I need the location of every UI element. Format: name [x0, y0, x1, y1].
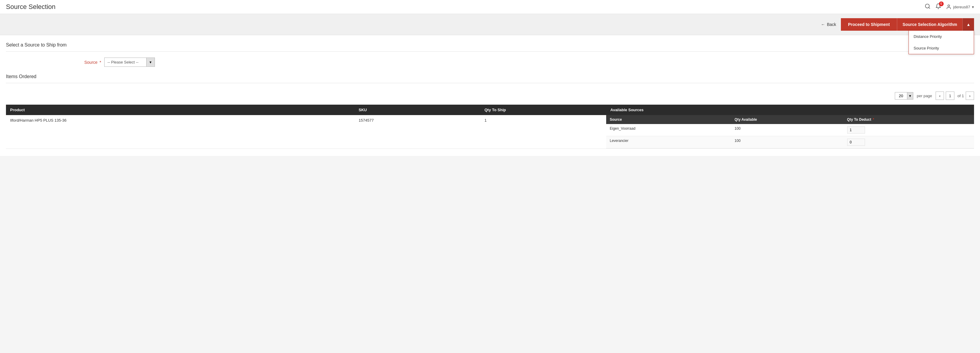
- algorithm-dropdown-toggle[interactable]: ▲: [963, 18, 974, 31]
- items-table: Product SKU Qty To Ship Available Source…: [6, 105, 974, 149]
- pagination-next-icon: ›: [969, 94, 970, 98]
- sku-cell: 1574577: [355, 115, 480, 149]
- source-qty-deduct-2: [843, 136, 974, 149]
- svg-point-2: [948, 5, 950, 6]
- col-product: Product: [6, 105, 355, 115]
- algorithm-chevron-icon: ▲: [966, 22, 970, 27]
- col-qty-available: Qty Available: [731, 115, 843, 124]
- pagination-of-label: of 1: [957, 94, 964, 98]
- source-select-wrapper: -- Please Select -- Eigen_Voorraad Lever…: [104, 58, 155, 67]
- qty-to-ship-cell: 1: [480, 115, 606, 149]
- per-page-wrapper: 20 50 100 ▾: [895, 92, 913, 100]
- pagination-prev-icon: ‹: [939, 94, 940, 98]
- available-sources-cell: Source Qty Available Qty To Deduct *: [606, 115, 974, 149]
- main-content: Select a Source to Ship from Source * --…: [0, 35, 980, 156]
- pagination-next-button[interactable]: ›: [966, 91, 974, 100]
- source-name-2: Leverancier: [606, 136, 731, 149]
- top-bar-right: 6 jdereus87 ▾: [924, 3, 974, 11]
- source-qty-available-2: 100: [731, 136, 843, 149]
- per-page-arrow-button[interactable]: ▾: [907, 93, 913, 99]
- pagination-prev-button[interactable]: ‹: [935, 91, 944, 100]
- col-sku: SKU: [355, 105, 480, 115]
- col-source: Source: [606, 115, 731, 124]
- search-icon[interactable]: [924, 3, 931, 11]
- source-selection-algorithm-button[interactable]: Source Selection Algorithm: [897, 18, 963, 31]
- source-required-star: *: [100, 60, 101, 65]
- algorithm-option-distance[interactable]: Distance Priority: [909, 31, 974, 42]
- action-bar: ← Back Proceed to Shipment Source Select…: [0, 14, 980, 35]
- col-available-sources: Available Sources: [606, 105, 974, 115]
- source-row: Source * -- Please Select -- Eigen_Voorr…: [6, 58, 974, 67]
- notification-count: 6: [939, 2, 943, 6]
- svg-line-1: [929, 7, 930, 8]
- available-sources-table: Source Qty Available Qty To Deduct *: [606, 115, 974, 149]
- items-section: Items Ordered 20 50 100 ▾ per page ‹ 1: [6, 74, 974, 149]
- user-menu[interactable]: jdereus87 ▾: [946, 4, 974, 10]
- qty-deduct-input-2[interactable]: [847, 139, 865, 146]
- top-bar: Source Selection 6 jdereus87 ▾: [0, 0, 980, 14]
- per-page-select[interactable]: 20 50 100: [895, 93, 907, 99]
- qty-deduct-required-star: *: [873, 117, 874, 121]
- per-page-label: per page: [917, 94, 932, 98]
- algorithm-dropdown: Distance Priority Source Priority: [908, 31, 974, 54]
- qty-deduct-input-1[interactable]: [847, 126, 865, 134]
- col-qty-to-ship: Qty To Ship: [480, 105, 606, 115]
- page-title: Source Selection: [6, 3, 56, 11]
- product-cell: Ilford/Harman HP5 PLUS 135-36: [6, 115, 355, 149]
- table-header-row: Product SKU Qty To Ship Available Source…: [6, 105, 974, 115]
- notification-bell[interactable]: 6: [935, 3, 941, 11]
- source-row-1: Eigen_Voorraad 100: [606, 124, 974, 136]
- source-dropdown-icon: ▾: [150, 60, 152, 64]
- sources-header-row: Source Qty Available Qty To Deduct *: [606, 115, 974, 124]
- algorithm-label: Source Selection Algorithm: [902, 22, 957, 27]
- algorithm-btn-wrapper: Source Selection Algorithm ▲ Distance Pr…: [897, 18, 974, 31]
- source-selection-section: Select a Source to Ship from Source * --…: [6, 42, 974, 67]
- username-label: jdereus87: [953, 5, 970, 9]
- pagination-bar: 20 50 100 ▾ per page ‹ 1 of 1 ›: [6, 89, 974, 102]
- user-chevron-icon: ▾: [972, 5, 974, 9]
- source-qty-available-1: 100: [731, 124, 843, 136]
- source-name-1: Eigen_Voorraad: [606, 124, 731, 136]
- algorithm-option-source[interactable]: Source Priority: [909, 42, 974, 54]
- proceed-to-shipment-button[interactable]: Proceed to Shipment: [841, 18, 897, 31]
- col-qty-to-deduct: Qty To Deduct *: [843, 115, 974, 124]
- back-label: Back: [827, 22, 836, 27]
- pagination-current-page: 1: [946, 91, 955, 100]
- per-page-chevron-icon: ▾: [909, 94, 911, 98]
- source-label: Source *: [83, 60, 101, 65]
- source-select-arrow-button[interactable]: ▾: [146, 58, 154, 67]
- source-select[interactable]: -- Please Select -- Eigen_Voorraad Lever…: [105, 58, 146, 67]
- source-section-title: Select a Source to Ship from: [6, 42, 974, 48]
- source-qty-deduct-1: [843, 124, 974, 136]
- back-button[interactable]: ← Back: [821, 22, 836, 27]
- items-title: Items Ordered: [6, 74, 974, 79]
- table-row: Ilford/Harman HP5 PLUS 135-36 1574577 1 …: [6, 115, 974, 149]
- back-arrow-icon: ←: [821, 22, 825, 27]
- source-row-2: Leverancier 100: [606, 136, 974, 149]
